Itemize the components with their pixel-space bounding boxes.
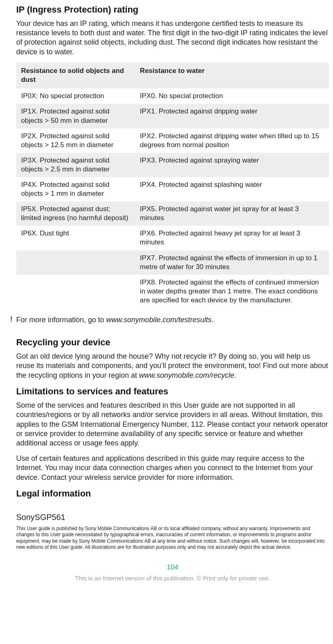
recycling-link[interactable]: www.sonymobile.com/recycle: [139, 371, 234, 379]
ip-rating-intro: Your device has an IP rating, which mean…: [16, 19, 329, 57]
table-row: IP2X. Protected against solid objects > …: [16, 128, 329, 153]
recycling-text-suffix: .: [234, 371, 236, 379]
cell-water: IPX0. No special protection: [135, 88, 329, 104]
table-header-row: Resistance to solid objects and dust Res…: [16, 62, 329, 88]
cell-water: IPX7. Protected against the effects of i…: [135, 250, 329, 275]
ip-rating-table: Resistance to solid objects and dust Res…: [16, 62, 329, 308]
info-note-text: For more information, go to www.sonymobi…: [16, 315, 329, 325]
cell-solid: IP5X. Protected against dust; limited in…: [16, 201, 135, 226]
cell-solid: IP1X. Protected against solid objects > …: [16, 104, 135, 128]
cell-water: IPX8. Protected against the effects of c…: [135, 275, 329, 308]
table-row: IPX7. Protected against the effects of i…: [16, 250, 329, 275]
recycling-body: Got an old device lying around the house…: [16, 352, 329, 380]
recycling-heading: Recycling your device: [16, 337, 329, 349]
table-row: IP0X: No special protection IPX0. No spe…: [16, 88, 329, 104]
cell-water: IPX3. Protected against spraying water: [135, 153, 329, 177]
important-icon: !: [6, 315, 16, 324]
legal-heading: Legal information: [16, 488, 329, 500]
cell-solid: IP4X. Protected against solid objects > …: [16, 177, 135, 201]
device-model-heading: SonySGP561: [16, 512, 329, 522]
cell-solid: IP0X: No special protection: [16, 88, 135, 104]
cell-solid: IP6X. Dust tight: [16, 226, 135, 250]
cell-solid: [16, 250, 135, 275]
limitations-p2: Use of certain features and applications…: [16, 454, 329, 482]
table-row: IP5X. Protected against dust; limited in…: [16, 201, 329, 226]
table-row: IP6X. Dust tight IPX6. Protected against…: [16, 226, 329, 250]
cell-water: IPX2. Protected against dripping water w…: [135, 128, 329, 153]
cell-solid: IP3X. Protected against solid objects > …: [16, 153, 135, 177]
cell-solid: [16, 275, 135, 308]
cell-solid: IP2X. Protected against solid objects > …: [16, 128, 135, 153]
table-header-water: Resistance to water: [135, 62, 329, 88]
legal-small-print: This User guide is published by Sony Mob…: [16, 526, 329, 551]
footer-note: This is an Internet version of this publ…: [16, 574, 329, 591]
cell-water: IPX1. Protected against dripping water: [135, 104, 329, 128]
cell-water: IPX6. Protected against heavy jet spray …: [135, 226, 329, 250]
cell-water: IPX5. Protected against water jet spray …: [135, 201, 329, 226]
limitations-heading: Limitations to services and features: [16, 386, 329, 398]
ip-rating-heading: IP (Ingress Protection) rating: [16, 4, 329, 16]
table-row: IPX8. Protected against the effects of c…: [16, 275, 329, 308]
table-row: IP1X. Protected against solid objects > …: [16, 104, 329, 128]
page-number: 104: [16, 563, 329, 572]
note-suffix: .: [211, 316, 213, 324]
info-note: ! For more information, go to www.sonymo…: [16, 315, 329, 325]
table-row: IP4X. Protected against solid objects > …: [16, 177, 329, 201]
note-prefix: For more information, go to: [16, 316, 106, 324]
cell-water: IPX4. Protected against splashing water: [135, 177, 329, 201]
note-link[interactable]: www.sonymobile.com/testresults: [106, 316, 211, 324]
limitations-p1: Some of the services and features descri…: [16, 401, 329, 448]
table-header-solid: Resistance to solid objects and dust: [16, 62, 135, 88]
table-row: IP3X. Protected against solid objects > …: [16, 153, 329, 177]
